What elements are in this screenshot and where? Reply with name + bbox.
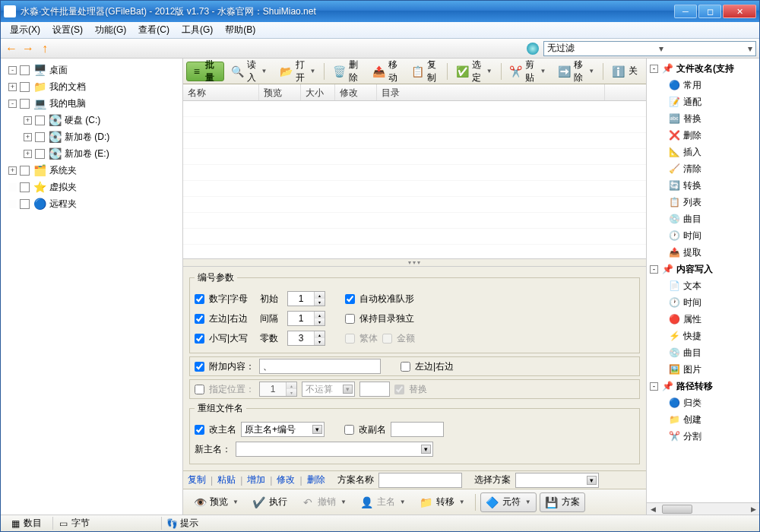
zeros-spin[interactable]: ▴▾ xyxy=(287,331,325,346)
append-input[interactable] xyxy=(259,359,381,374)
toolbar-button[interactable]: ✂️剪贴▼ xyxy=(504,62,551,81)
operations-tree[interactable]: -📌文件改名(支持🔵常用📝通配🔤替换❌删除📐插入🧹清除🔄转换📋列表💿曲目🕐时间📤… xyxy=(647,59,759,502)
expand-icon[interactable]: - xyxy=(8,100,17,108)
toolbar-button[interactable]: 🗑️删除 xyxy=(328,62,366,81)
file-list[interactable]: 名称预览大小修改目录 xyxy=(183,84,646,259)
tree-node[interactable]: +🗂️系统夹 xyxy=(2,162,181,179)
scroll-left-icon[interactable]: ◀ xyxy=(647,505,659,513)
column-header[interactable]: 目录 xyxy=(377,84,605,100)
menu-item[interactable]: 设置(S) xyxy=(46,22,89,38)
operation-item[interactable]: 🕐时间 xyxy=(648,227,758,244)
menu-item[interactable]: 工具(G) xyxy=(176,22,219,38)
pos-check[interactable] xyxy=(195,385,204,394)
expand-icon[interactable] xyxy=(8,200,17,208)
scheme-link[interactable]: 复制 xyxy=(188,473,206,486)
tree-checkbox[interactable] xyxy=(20,65,30,75)
tree-checkbox[interactable] xyxy=(20,82,30,92)
column-header[interactable]: 大小 xyxy=(301,84,335,100)
menu-item[interactable]: 帮助(B) xyxy=(219,22,261,38)
tree-checkbox[interactable] xyxy=(20,99,30,109)
operation-item[interactable]: 📤提取 xyxy=(648,244,758,261)
operation-item[interactable]: 💿曲目 xyxy=(648,211,758,227)
action-button[interactable]: 📁转移▼ xyxy=(414,492,470,512)
auto-align-check[interactable] xyxy=(345,294,355,304)
scheme-select-combo[interactable]: ▾ xyxy=(515,473,599,488)
expand-icon[interactable]: - xyxy=(650,265,658,274)
operation-item[interactable]: ⚡快捷 xyxy=(648,328,758,344)
tree-checkbox[interactable] xyxy=(20,166,30,176)
tree-checkbox[interactable] xyxy=(35,149,45,159)
append-lr-check[interactable] xyxy=(401,362,410,372)
tree-node[interactable]: +💽硬盘 (C:) xyxy=(2,112,181,128)
main-name-check[interactable] xyxy=(195,425,204,435)
operation-item[interactable]: 🔄转换 xyxy=(648,177,758,194)
operation-item[interactable]: 🔵归类 xyxy=(648,394,758,411)
expand-icon[interactable] xyxy=(8,183,17,192)
scheme-link[interactable]: 删除 xyxy=(307,473,325,486)
scheme-link[interactable]: 修改 xyxy=(277,473,295,486)
toolbar-button[interactable]: 📂打开▼ xyxy=(274,62,321,81)
nav-forward-icon[interactable]: → xyxy=(21,41,36,56)
toolbar-button[interactable]: ➡️移除▼ xyxy=(553,62,600,81)
list-body[interactable] xyxy=(183,101,646,258)
action-button[interactable]: 🔷元符▼ xyxy=(480,492,537,512)
nav-back-icon[interactable]: ← xyxy=(4,41,19,56)
nav-up-icon[interactable]: ↑ xyxy=(37,41,52,56)
toolbar-button[interactable]: 📋复制 xyxy=(406,62,444,81)
tree-node[interactable]: ⭐虚拟夹 xyxy=(2,179,181,195)
menu-item[interactable]: 查看(C) xyxy=(132,22,176,38)
toolbar-button[interactable]: ✅选定▼ xyxy=(451,62,498,81)
operation-item[interactable]: 🧹清除 xyxy=(648,160,758,177)
tree-node[interactable]: +📁我的文档 xyxy=(2,78,181,95)
operation-item[interactable]: ❌删除 xyxy=(648,127,758,144)
action-button[interactable]: ✔️执行 xyxy=(247,492,293,512)
new-name-combo[interactable]: ▾ xyxy=(236,442,433,457)
column-header[interactable]: 名称 xyxy=(183,84,259,100)
tree-node[interactable]: 🔵远程夹 xyxy=(2,195,181,212)
menu-item[interactable]: 显示(X) xyxy=(4,22,46,38)
append-check[interactable] xyxy=(195,362,204,372)
tree-checkbox[interactable] xyxy=(20,182,30,192)
operation-group[interactable]: -📌路径转移 xyxy=(648,378,758,394)
h-scrollbar[interactable]: ◀ ▶ xyxy=(647,502,759,515)
expand-icon[interactable]: + xyxy=(24,116,32,125)
toolbar-button[interactable]: 🔍读入▼ xyxy=(226,62,273,81)
menu-item[interactable]: 功能(G) xyxy=(89,22,132,38)
tree-node[interactable]: -🖥️桌面 xyxy=(2,62,181,78)
expand-icon[interactable]: - xyxy=(8,66,17,74)
folder-tree[interactable]: -🖥️桌面+📁我的文档-💻我的电脑+💽硬盘 (C:)+💽新加卷 (D:)+💽新加… xyxy=(1,59,183,515)
tree-node[interactable]: +💽新加卷 (D:) xyxy=(2,128,181,145)
close-button[interactable]: ✕ xyxy=(723,5,756,18)
operation-group[interactable]: -📌内容写入 xyxy=(648,261,758,277)
left-right-check[interactable] xyxy=(195,314,204,324)
digit-letter-check[interactable] xyxy=(195,294,204,304)
operation-item[interactable]: ✂️分割 xyxy=(648,428,758,445)
expand-icon[interactable]: - xyxy=(650,382,658,391)
expand-icon[interactable]: + xyxy=(24,133,32,141)
action-button[interactable]: 👁️预览▼ xyxy=(188,492,244,512)
operation-item[interactable]: 🔤替换 xyxy=(648,110,758,127)
operation-item[interactable]: 📝通配 xyxy=(648,93,758,110)
expand-icon[interactable]: + xyxy=(24,150,32,158)
operation-item[interactable]: 📁创建 xyxy=(648,411,758,428)
tree-checkbox[interactable] xyxy=(20,199,30,209)
scheme-link[interactable]: 粘贴 xyxy=(217,473,236,486)
maximize-button[interactable]: ◻ xyxy=(698,5,721,18)
operation-item[interactable]: 💿曲目 xyxy=(648,344,758,361)
scheme-link[interactable]: 增加 xyxy=(247,473,265,486)
keep-dir-check[interactable] xyxy=(345,314,355,324)
tree-node[interactable]: -💻我的电脑 xyxy=(2,95,181,112)
ext-name-input[interactable] xyxy=(391,422,444,437)
operation-item[interactable]: 🔵常用 xyxy=(648,77,758,93)
expand-icon[interactable]: + xyxy=(8,83,17,91)
toolbar-button[interactable]: ℹ️关 xyxy=(606,62,643,81)
ext-name-check[interactable] xyxy=(344,425,354,435)
operation-item[interactable]: 📋列表 xyxy=(648,194,758,211)
scroll-thumb[interactable] xyxy=(662,505,692,514)
operation-item[interactable]: 📐插入 xyxy=(648,144,758,160)
expand-icon[interactable]: - xyxy=(650,65,658,73)
tree-node[interactable]: +💽新加卷 (E:) xyxy=(2,145,181,162)
operation-item[interactable]: 🕐时间 xyxy=(648,294,758,311)
filter-combo[interactable]: 无过滤 ▾ ▾ xyxy=(543,41,756,56)
scroll-right-icon[interactable]: ▶ xyxy=(747,505,759,513)
